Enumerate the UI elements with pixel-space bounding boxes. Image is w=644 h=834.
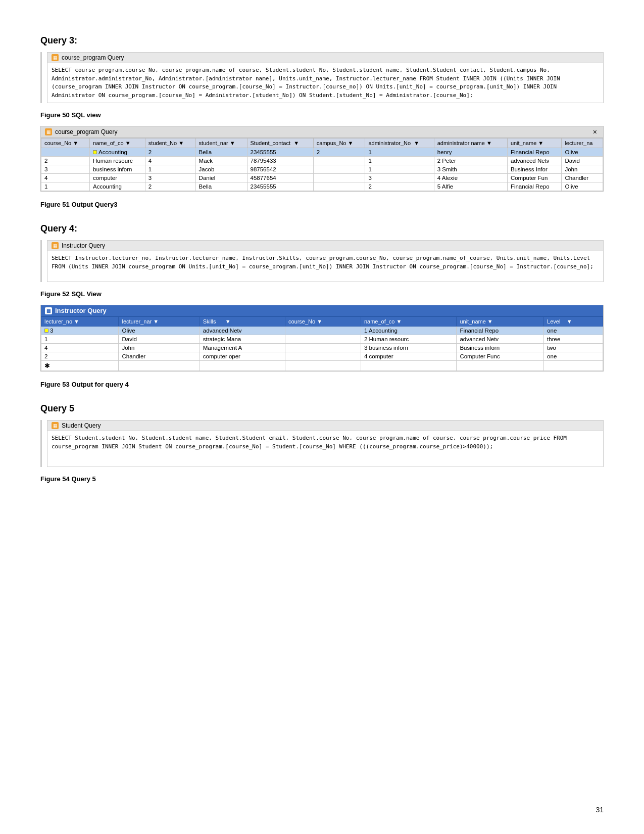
table-row: 4	[41, 174, 90, 182]
table-row: Accounting	[90, 148, 145, 157]
table-row: Chandler	[119, 352, 200, 361]
table-row: 3 business inforn	[361, 344, 456, 352]
table-row: 1	[41, 182, 90, 191]
new-row-star: ✱	[44, 362, 50, 369]
table-row: Business inforn	[457, 344, 544, 352]
table-row: Financial Repo	[507, 148, 562, 157]
query3-sql-title: course_program Query	[62, 54, 124, 61]
query5-sql-box: ▦ Student Query SELECT Student.student_N…	[47, 420, 604, 467]
col-course-no[interactable]: course_No ▼	[41, 138, 90, 148]
col-name-of-co-i[interactable]: name_of_co ▼	[361, 317, 456, 327]
query4-title: Query 4:	[40, 223, 604, 234]
table-row: 3	[41, 327, 119, 335]
query5-title: Query 5	[40, 403, 604, 414]
table-row: business inforn	[90, 165, 145, 174]
col-student-nar[interactable]: student_nar ▼	[195, 138, 247, 148]
fig54-label: Figure 54 Query 5	[40, 475, 604, 483]
table-row: Olive	[562, 148, 603, 157]
table-row	[285, 352, 361, 361]
col-level[interactable]: Level ▼	[544, 317, 603, 327]
query3-close-btn[interactable]: ×	[591, 128, 599, 136]
table-row: 2	[145, 182, 195, 191]
table-row: three	[544, 335, 603, 344]
query5-sql-title: Student Query	[62, 422, 101, 429]
query5-sql-header: ▦ Student Query	[47, 421, 603, 431]
table-row: 4 Alexie	[434, 174, 507, 182]
table-row: 1	[145, 165, 195, 174]
table-row: 2	[313, 148, 365, 157]
query5-sql-body: SELECT Student.student_No, Student.stude…	[47, 431, 603, 467]
table-row	[285, 335, 361, 344]
table-row: advanced Netv	[507, 157, 562, 165]
table-row	[361, 361, 456, 371]
page-number: 31	[596, 806, 604, 814]
table-row	[285, 344, 361, 352]
table-row: 1	[41, 335, 119, 344]
query4-data-table: lecturer_no ▼ lecturer_nar ▼ Skills ▼ co…	[41, 316, 603, 371]
table-row: Daniel	[195, 174, 247, 182]
table-row: Computer Func	[457, 352, 544, 361]
table-row: Chandler	[562, 174, 603, 182]
fig51-label: Figure 51 Output Query3	[40, 201, 604, 208]
table-row	[285, 361, 361, 371]
col-name-of-co[interactable]: name_of_co ▼	[90, 138, 145, 148]
fig53-label: Figure 53 Output for query 4	[40, 381, 604, 388]
col-lec-nar[interactable]: lecturer_nar ▼	[119, 317, 200, 327]
table-row: henry	[434, 148, 507, 157]
col-student-contact[interactable]: Student_contact ▼	[247, 138, 313, 148]
col-unit-name[interactable]: unit_name ▼	[507, 138, 562, 148]
table-row: 1	[365, 157, 434, 165]
table-row	[285, 327, 361, 335]
query4-sql-header: ▦ Instructor Query	[47, 241, 603, 251]
table-row: John	[119, 344, 200, 352]
col-campus-no[interactable]: campus_No ▼	[313, 138, 365, 148]
table-row: ✱	[41, 361, 119, 371]
table-row: 5 Alfie	[434, 182, 507, 191]
table-row	[544, 361, 603, 371]
col-course-no-i[interactable]: course_No ▼	[285, 317, 361, 327]
col-admin-name[interactable]: administrator name ▼	[434, 138, 507, 148]
col-lecturer-na[interactable]: lecturer_na	[562, 138, 603, 148]
table-row: Computer Fun	[507, 174, 562, 182]
col-student-no[interactable]: student_No ▼	[145, 138, 195, 148]
db-icon-q4: ▦	[52, 242, 59, 249]
table-row: Business Infor	[507, 165, 562, 174]
table-row	[313, 165, 365, 174]
db-icon-q4t: ▦	[45, 307, 52, 314]
query3-sql-header: ▦ course_program Query	[47, 53, 603, 63]
query3-table-titlebar: ▦ course_program Query ×	[41, 126, 603, 138]
col-lec-no[interactable]: lecturer_no ▼	[41, 317, 119, 327]
table-row: Human resourc	[90, 157, 145, 165]
table-row: 23455555	[247, 148, 313, 157]
col-skills[interactable]: Skills ▼	[200, 317, 285, 327]
table-row: 78795433	[247, 157, 313, 165]
table-row: 1	[365, 148, 434, 157]
fig50-label: Figure 50 SQL view	[40, 111, 604, 119]
table-row: 2	[41, 352, 119, 361]
table-row	[200, 361, 285, 371]
query4-section: Query 4: ▦ Instructor Query SELECT Instr…	[40, 223, 604, 388]
query4-table: ▦ Instructor Query lecturer_no ▼ lecture…	[40, 305, 604, 372]
table-row: Olive	[119, 327, 200, 335]
query3-section: Query 3: ▦ course_program Query SELECT c…	[40, 35, 604, 208]
table-row	[313, 182, 365, 191]
query3-table: ▦ course_program Query × course_No ▼ nam…	[40, 126, 604, 192]
table-row: 3	[365, 174, 434, 182]
table-row	[313, 174, 365, 182]
table-row: advanced Netv	[457, 335, 544, 344]
query4-table-title: Instructor Query	[55, 307, 107, 314]
table-row: strategic Mana	[200, 335, 285, 344]
col-admin-no[interactable]: administrator_No ▼	[365, 138, 434, 148]
table-row: 2	[365, 182, 434, 191]
table-row: Jacob	[195, 165, 247, 174]
db-icon-q5: ▦	[52, 422, 59, 429]
table-row	[313, 157, 365, 165]
table-row: 3	[145, 174, 195, 182]
table-row: computer	[90, 174, 145, 182]
table-row: Financial Repo	[457, 327, 544, 335]
table-row: 1	[365, 165, 434, 174]
table-row: Mack	[195, 157, 247, 165]
col-unit-name-i[interactable]: unit_name ▼	[457, 317, 544, 327]
table-row: 98756542	[247, 165, 313, 174]
table-row: David	[119, 335, 200, 344]
